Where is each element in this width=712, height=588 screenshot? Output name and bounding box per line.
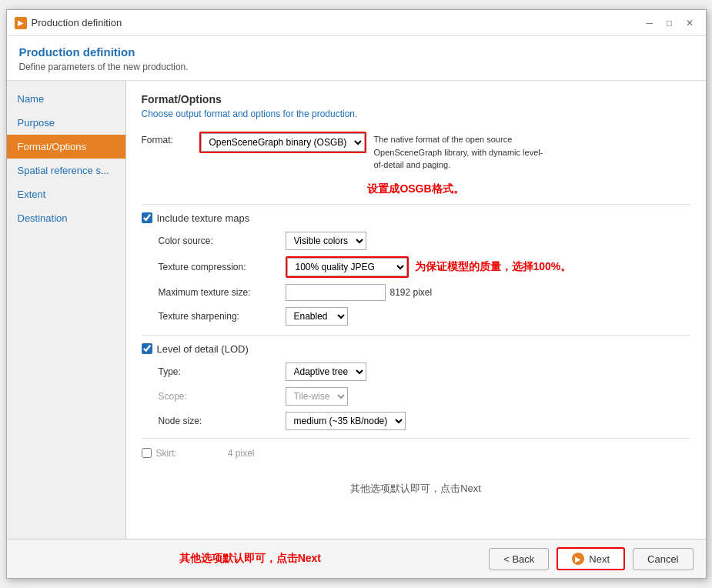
back-button[interactable]: < Back — [489, 548, 549, 570]
max-texture-row: Maximum texture size: 8192 pixel — [142, 284, 690, 301]
texture-compression-row: Texture compression: 100% quality JPEG 7… — [142, 256, 690, 278]
cancel-button[interactable]: Cancel — [633, 548, 693, 570]
format-label: Format: — [142, 132, 192, 145]
format-row: Format: OpenSceneGraph binary (OSGB) Ces… — [142, 132, 690, 172]
app-icon: ▶ — [15, 17, 27, 29]
texture-compression-select-wrap: 100% quality JPEG 75% quality JPEG No JP… — [286, 256, 409, 278]
include-texture-row: Include texture maps — [142, 212, 690, 224]
skirt-row: Skirt: 4 pixel — [142, 448, 690, 459]
texture-sharpening-row: Texture sharpening: Enabled Disabled — [142, 307, 690, 326]
max-texture-label: Maximum texture size: — [159, 287, 286, 298]
lod-checkbox-row: Level of detail (LOD) — [142, 343, 690, 355]
texture-section: Include texture maps Color source: Visib… — [142, 212, 690, 326]
lod-type-select[interactable]: Adaptive tree None — [286, 362, 366, 381]
window-title: Production definition — [32, 17, 122, 28]
sidebar-item-destination[interactable]: Destination — [7, 206, 125, 230]
minimize-button[interactable]: ─ — [641, 15, 658, 32]
next-button[interactable]: ▶ Next — [557, 547, 625, 570]
lod-node-size-select[interactable]: medium (~35 kB/node) small (~15 kB/node)… — [286, 412, 406, 430]
main-window: ▶ Production definition ─ □ ✕ Production… — [6, 9, 707, 579]
lod-label: Level of detail (LOD) — [157, 343, 249, 355]
texture-compression-select[interactable]: 100% quality JPEG 75% quality JPEG No JP… — [287, 258, 407, 276]
lod-scope-label: Scope: — [159, 391, 286, 402]
format-select[interactable]: OpenSceneGraph binary (OSGB) Cesium 3D T… — [201, 133, 365, 152]
lod-node-size-row: Node size: medium (~35 kB/node) small (~… — [142, 412, 690, 430]
dialog-subtitle: Define parameters of the new production. — [19, 62, 694, 72]
close-button[interactable]: ✕ — [681, 15, 698, 32]
sidebar-item-name[interactable]: Name — [7, 87, 125, 111]
next-icon: ▶ — [572, 553, 584, 565]
lod-checkbox[interactable] — [142, 343, 152, 354]
lod-type-row: Type: Adaptive tree None — [142, 362, 690, 381]
color-source-label: Color source: — [159, 236, 286, 246]
skirt-checkbox[interactable] — [142, 448, 152, 458]
texture-sharpening-select[interactable]: Enabled Disabled — [286, 307, 348, 326]
sidebar: Name Purpose Format/Options Spatial refe… — [7, 81, 126, 539]
format-select-wrapper: OpenSceneGraph binary (OSGB) Cesium 3D T… — [199, 132, 366, 153]
color-source-select[interactable]: Visible colors Thermal None — [286, 232, 366, 250]
lod-scope-select[interactable]: Tile-wise — [286, 387, 348, 406]
panel-title: Format/Options — [142, 93, 690, 105]
title-controls: ─ □ ✕ — [641, 15, 698, 32]
quality-annotation: 为保证模型的质量，选择100%。 — [415, 260, 572, 274]
color-source-row: Color source: Visible colors Thermal Non… — [142, 232, 690, 250]
include-texture-checkbox[interactable] — [142, 212, 152, 223]
texture-sharpening-label: Texture sharpening: — [159, 311, 286, 322]
main-panel: Format/Options Choose output format and … — [126, 81, 706, 539]
sidebar-item-format-options[interactable]: Format/Options — [7, 135, 125, 159]
format-description: The native format of the open source Ope… — [374, 132, 551, 172]
max-texture-unit: 8192 pixel — [390, 287, 433, 298]
skirt-label: Skirt: — [156, 448, 177, 459]
title-bar-left: ▶ Production definition — [15, 17, 122, 29]
skirt-value: 4 pixel — [228, 448, 255, 459]
footer: 其他选项默认即可，点击Next < Back ▶ Next Cancel — [7, 539, 706, 578]
dialog-header: Production definition Define parameters … — [7, 36, 706, 81]
lod-node-size-label: Node size: — [159, 416, 286, 426]
content-area: Name Purpose Format/Options Spatial refe… — [7, 81, 706, 539]
bottom-annotation: 其他选项默认即可，点击Next — [142, 482, 690, 496]
include-texture-label: Include texture maps — [157, 212, 250, 224]
dialog-title: Production definition — [19, 45, 694, 58]
maximize-button[interactable]: □ — [661, 15, 678, 32]
sidebar-item-spatial-reference[interactable]: Spatial reference s... — [7, 159, 125, 182]
lod-section: Level of detail (LOD) Type: Adaptive tre… — [142, 343, 690, 430]
lod-type-label: Type: — [159, 366, 286, 377]
next-label: Next — [589, 553, 610, 565]
panel-subtitle: Choose output format and options for the… — [142, 109, 690, 119]
footer-annotation: 其他选项默认即可，点击Next — [19, 552, 482, 566]
lod-scope-row: Scope: Tile-wise — [142, 387, 690, 406]
max-texture-input[interactable] — [286, 284, 386, 301]
sidebar-item-extent[interactable]: Extent — [7, 182, 125, 206]
title-bar: ▶ Production definition ─ □ ✕ — [7, 10, 706, 36]
sidebar-item-purpose[interactable]: Purpose — [7, 111, 125, 135]
texture-compression-label: Texture compression: — [159, 262, 286, 272]
osgb-annotation: 设置成OSGB格式。 — [142, 182, 690, 196]
